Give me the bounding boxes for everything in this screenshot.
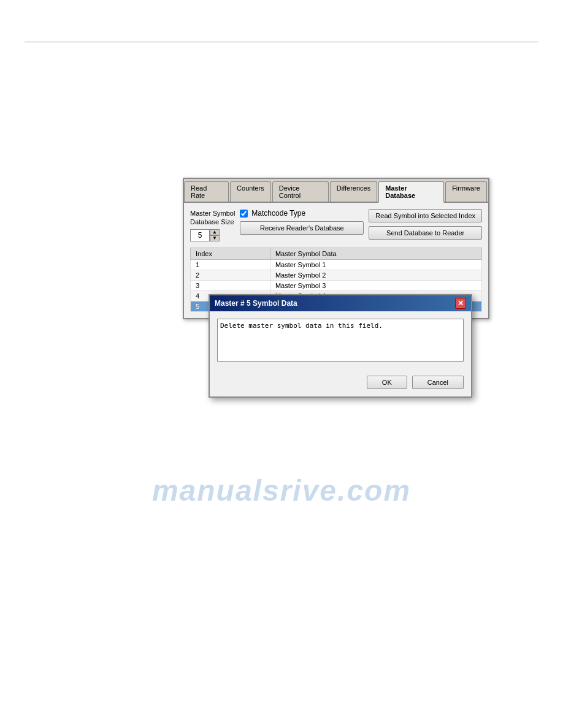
spinner-down-btn[interactable]: ▼ xyxy=(210,235,220,241)
modal-titlebar: Master # 5 Symbol Data ✕ xyxy=(210,295,471,311)
table-cell-index: 2 xyxy=(191,270,270,280)
modal-close-button[interactable]: ✕ xyxy=(455,298,466,309)
modal-title: Master # 5 Symbol Data xyxy=(215,299,297,308)
tab-firmware[interactable]: Firmware xyxy=(445,181,487,202)
modal-cancel-button[interactable]: Cancel xyxy=(412,376,464,389)
tab-read-rate[interactable]: Read Rate xyxy=(184,181,229,202)
tab-counters[interactable]: Counters xyxy=(230,181,271,202)
table-row[interactable]: 2 Master Symbol 2 xyxy=(191,270,482,280)
send-db-button[interactable]: Send Database to Reader xyxy=(369,226,482,240)
modal-footer: OK Cancel xyxy=(210,371,471,396)
receive-db-button[interactable]: Receive Reader's Database xyxy=(240,221,364,235)
matchcode-checkbox[interactable] xyxy=(240,210,248,218)
tab-master-database[interactable]: Master Database xyxy=(378,181,444,203)
db-size-group: Master Symbol Database Size ▲ ▼ xyxy=(190,209,235,241)
watermark: manualsrive.com xyxy=(152,474,411,507)
modal-dialog: Master # 5 Symbol Data ✕ OK Cancel xyxy=(209,294,472,398)
matchcode-label: Matchcode Type xyxy=(251,209,305,218)
table-cell-data: Master Symbol 1 xyxy=(270,259,481,270)
db-size-label: Master Symbol Database Size xyxy=(190,209,235,227)
page-divider xyxy=(25,42,538,42)
table-row[interactable]: 1 Master Symbol 1 xyxy=(191,259,482,270)
tab-differences[interactable]: Differences xyxy=(330,181,377,202)
tab-bar: Read Rate Counters Device Control Differ… xyxy=(184,179,488,203)
col-header-index: Index xyxy=(191,248,270,259)
tab-device-control[interactable]: Device Control xyxy=(272,181,329,202)
read-symbol-button[interactable]: Read Symbol into Selected Index xyxy=(369,209,482,222)
matchcode-row: Matchcode Type xyxy=(240,209,364,218)
col-header-data: Master Symbol Data xyxy=(270,248,481,259)
modal-ok-button[interactable]: OK xyxy=(367,376,407,389)
spinner-buttons: ▲ ▼ xyxy=(210,229,220,241)
right-buttons: Read Symbol into Selected Index Send Dat… xyxy=(369,209,482,240)
table-cell-index: 3 xyxy=(191,280,270,290)
spinner-up-btn[interactable]: ▲ xyxy=(210,229,220,235)
spinner-group: ▲ ▼ xyxy=(190,229,235,241)
table-cell-data: Master Symbol 3 xyxy=(270,280,481,290)
db-size-input[interactable] xyxy=(190,229,210,241)
table-row[interactable]: 3 Master Symbol 3 xyxy=(191,280,482,290)
middle-controls: Matchcode Type Receive Reader's Database xyxy=(240,209,364,235)
table-cell-data: Master Symbol 2 xyxy=(270,270,481,280)
table-cell-index: 1 xyxy=(191,259,270,270)
modal-body xyxy=(210,311,471,371)
top-controls: Master Symbol Database Size ▲ ▼ Matchcod… xyxy=(190,209,482,241)
modal-textarea[interactable] xyxy=(217,319,464,362)
